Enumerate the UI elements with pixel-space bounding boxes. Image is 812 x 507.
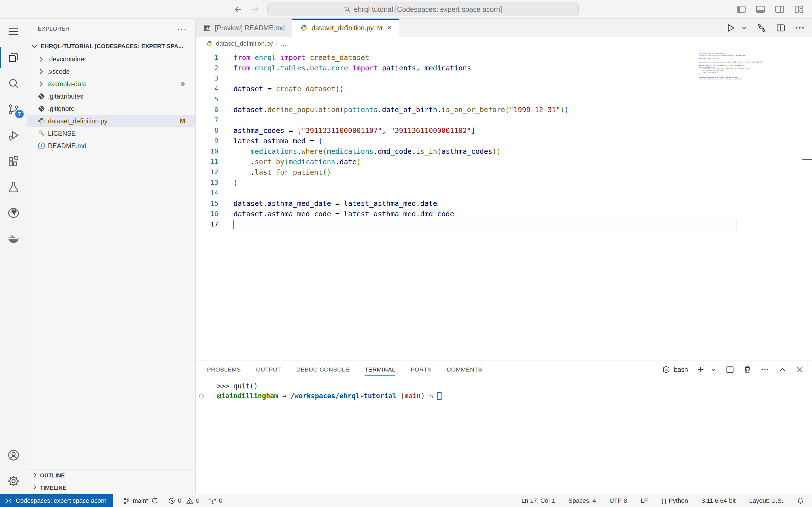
tree-item-readme-md[interactable]: README.md xyxy=(27,140,195,152)
status-cursor-position[interactable]: Ln 17, Col 1 xyxy=(521,497,555,504)
problems-item[interactable]: 0 0 xyxy=(168,497,200,504)
breadcrumb-separator: › xyxy=(276,40,278,47)
panel-header: PROBLEMSOUTPUTDEBUG CONSOLETERMINALPORTS… xyxy=(196,361,812,378)
terminal[interactable]: >>> quit()@iaindillingham → /workspaces/… xyxy=(196,378,812,494)
explorer-sidebar: EXPLORER ··· EHRQL-TUTORIAL [CODESPACES:… xyxy=(27,18,196,494)
tree-item-dataset-definition-py[interactable]: dataset_definition.pyM xyxy=(27,115,195,127)
line-number: 9 xyxy=(196,136,218,146)
panel-tab-output[interactable]: OUTPUT xyxy=(256,361,281,378)
workspace-root-row[interactable]: EHRQL-TUTORIAL [CODESPACES: EXPERT SPA..… xyxy=(27,39,195,53)
new-terminal-icon[interactable] xyxy=(696,365,705,374)
code-line-12[interactable]: 12 .last_for_patient() xyxy=(196,167,812,177)
panel-tab-debug-console[interactable]: DEBUG CONSOLE xyxy=(296,361,349,378)
kill-terminal-icon[interactable] xyxy=(743,365,752,374)
code-line-15[interactable]: 15dataset.asthma_med_date = latest_asthm… xyxy=(196,198,812,209)
sidebar-section-timeline[interactable]: TIMELINE xyxy=(27,482,195,494)
tree-item--gitignore[interactable]: .gitignore xyxy=(27,103,195,115)
run-file-icon[interactable] xyxy=(725,22,736,33)
code-editor[interactable]: 1from ehrql import create_dataset2from e… xyxy=(196,50,812,360)
open-changes-icon[interactable] xyxy=(756,22,767,33)
line-number: 10 xyxy=(196,146,218,157)
errors-icon xyxy=(168,497,175,504)
tab--preview-readme-md[interactable]: [Preview] README.md xyxy=(196,18,292,37)
line-number: 16 xyxy=(196,209,218,219)
breadcrumb-more[interactable]: … xyxy=(281,40,287,47)
settings-gear-icon[interactable] xyxy=(0,468,27,494)
tab-dataset-definition-py[interactable]: dataset_definition.pyM× xyxy=(292,18,399,37)
docker-icon[interactable] xyxy=(0,226,27,252)
line-number: 13 xyxy=(196,177,218,188)
ports-item[interactable]: 0 xyxy=(209,497,222,504)
run-debug-icon[interactable] xyxy=(0,122,27,148)
forward-icon[interactable] xyxy=(250,4,260,14)
panel-tab-problems[interactable]: PROBLEMS xyxy=(207,361,241,378)
status-eol[interactable]: LF xyxy=(641,497,648,504)
panel-tab-ports[interactable]: PORTS xyxy=(410,361,432,378)
code-line-13[interactable]: 13) xyxy=(196,177,812,188)
code-line-17[interactable]: 17 xyxy=(196,219,812,230)
code-line-6[interactable]: 6dataset.define_population(patients.date… xyxy=(196,105,812,115)
code-line-4[interactable]: 4dataset = create_dataset() xyxy=(196,83,812,94)
terminal-dropdown-chevron-icon[interactable] xyxy=(710,365,717,374)
bottom-panel: PROBLEMSOUTPUTDEBUG CONSOLETERMINALPORTS… xyxy=(196,360,812,494)
chevron-right-icon xyxy=(37,55,45,63)
status-indentation[interactable]: Spaces: 4 xyxy=(568,497,596,504)
breadcrumb[interactable]: dataset_definition.py › … xyxy=(196,37,812,50)
explorer-icon[interactable] xyxy=(0,45,27,70)
code-line-5[interactable]: 5 xyxy=(196,94,812,105)
panel-tab-comments[interactable]: COMMENTS xyxy=(447,361,482,378)
modified-badge: M xyxy=(180,117,185,125)
maximize-panel-icon[interactable] xyxy=(777,365,787,374)
extensions-icon[interactable] xyxy=(0,148,27,174)
command-decoration[interactable] xyxy=(199,394,204,399)
minimap[interactable]: from ehrql import create_datasetfrom ehr… xyxy=(699,53,784,82)
untracked-dot-badge xyxy=(181,82,185,86)
split-editor-icon[interactable] xyxy=(775,22,786,33)
code-line-10[interactable]: 10 medications.where(medications.dmd_cod… xyxy=(196,146,812,157)
command-center-search[interactable]: ehrql-tutorial [Codespaces: expert space… xyxy=(267,3,578,16)
sidebar-section-outline[interactable]: OUTLINE xyxy=(27,469,195,482)
toggle-secondary-sidebar-icon[interactable] xyxy=(774,4,785,15)
account-icon[interactable] xyxy=(0,442,27,468)
close-panel-icon[interactable] xyxy=(795,365,805,374)
tree-item-license[interactable]: LICENSE xyxy=(27,127,195,140)
menu-icon[interactable] xyxy=(0,18,27,45)
section-label: TIMELINE xyxy=(40,485,66,491)
notifications-bell-icon[interactable] xyxy=(797,497,804,504)
testing-icon[interactable] xyxy=(0,174,27,200)
github-icon[interactable] xyxy=(0,200,27,226)
status-encoding[interactable]: UTF-8 xyxy=(610,497,627,504)
tree-item--devcontainer[interactable]: .devcontainer xyxy=(27,53,195,65)
source-control-icon[interactable]: 7 xyxy=(0,96,27,122)
explorer-more-actions-icon[interactable]: ··· xyxy=(177,24,187,34)
branch-item[interactable]: main* xyxy=(123,497,158,504)
search-view-icon[interactable] xyxy=(0,70,27,96)
code-text: ) xyxy=(218,177,238,188)
remote-indicator[interactable]: Codespaces: expert space acorn xyxy=(0,494,113,507)
tree-item-example-data[interactable]: example-data xyxy=(27,78,195,90)
status-language-mode[interactable]: { }Python xyxy=(661,497,688,504)
status-python-version[interactable]: 3.11.6 64-bit xyxy=(702,497,735,504)
panel-more-actions-icon[interactable] xyxy=(760,365,770,374)
code-line-7[interactable]: 7 xyxy=(196,115,812,125)
customize-layout-icon[interactable] xyxy=(794,4,804,15)
back-icon[interactable] xyxy=(234,4,243,14)
file-label: dataset_definition.py xyxy=(48,117,107,125)
status-keyboard-layout[interactable]: Layout: U.S. xyxy=(749,497,783,504)
panel-tab-terminal[interactable]: TERMINAL xyxy=(364,361,395,378)
editor-more-actions-icon[interactable] xyxy=(795,22,805,33)
code-line-14[interactable]: 14 xyxy=(196,188,812,198)
split-terminal-icon[interactable] xyxy=(725,365,735,374)
terminal-shell-item[interactable]: bash xyxy=(661,365,688,374)
tree-item--gitattributes[interactable]: .gitattributes xyxy=(27,90,195,103)
tree-item--vscode[interactable]: .vscode xyxy=(27,65,195,78)
toggle-sidebar-icon[interactable] xyxy=(736,4,747,15)
code-line-8[interactable]: 8asthma_codes = ["39113311000001107", "3… xyxy=(196,125,812,136)
breadcrumb-file[interactable]: dataset_definition.py xyxy=(216,40,273,47)
tab-close-icon[interactable]: × xyxy=(388,23,392,32)
toggle-panel-icon[interactable] xyxy=(755,4,766,15)
code-line-9[interactable]: 9latest_asthma_med = ( xyxy=(196,136,812,146)
code-line-16[interactable]: 16dataset.asthma_med_code = latest_asthm… xyxy=(196,209,812,219)
code-line-11[interactable]: 11 .sort_by(medications.date) xyxy=(196,157,812,167)
run-dropdown-chevron-icon[interactable] xyxy=(741,22,748,33)
